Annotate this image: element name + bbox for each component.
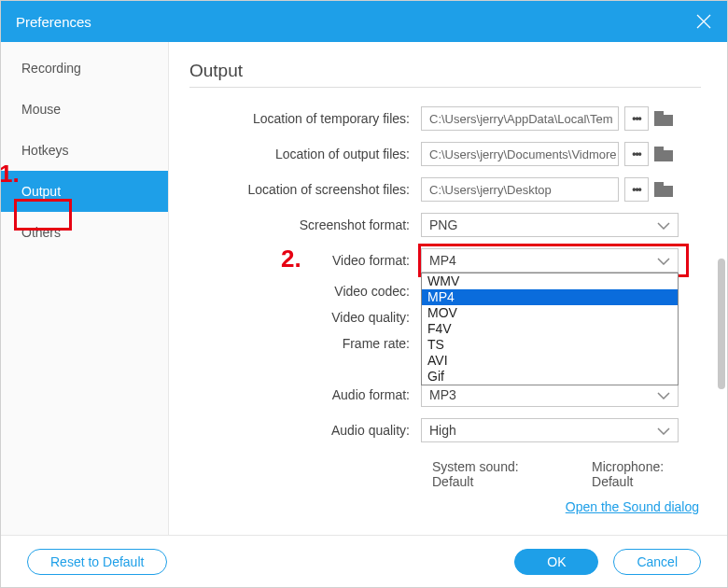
audio-format-value: MP3 (429, 387, 456, 402)
system-sound-value: Default (432, 474, 473, 489)
video-format-option-mov[interactable]: MOV (422, 305, 678, 321)
label-temp-files: Location of temporary files: (189, 111, 421, 126)
sidebar-item-hotkeys[interactable]: Hotkeys (1, 130, 168, 171)
titlebar: Preferences (1, 1, 727, 42)
label-system-sound: System sound: (432, 459, 519, 474)
audio-format-select[interactable]: MP3 (421, 383, 679, 407)
microphone-value: Default (592, 474, 633, 489)
folder-icon[interactable] (654, 147, 673, 161)
label-screenshot-format: Screenshot format: (189, 217, 421, 232)
label-output-files: Location of output files: (189, 147, 421, 161)
audio-quality-select[interactable]: High (421, 418, 679, 442)
label-screenshot-files: Location of screenshot files: (189, 182, 421, 197)
label-video-quality: Video quality: (189, 310, 421, 325)
main-panel: Output Location of temporary files: C:\U… (169, 42, 727, 535)
folder-icon[interactable] (654, 182, 673, 197)
sidebar-item-recording[interactable]: Recording (1, 48, 168, 89)
preferences-window: Preferences 1. Recording Mouse Hotkeys O… (0, 0, 728, 588)
label-video-codec: Video codec: (189, 284, 421, 299)
chevron-down-icon (657, 217, 670, 232)
section-title-output: Output (189, 61, 701, 88)
output-files-field[interactable]: C:\Users\jerry\Documents\Vidmore (421, 142, 619, 166)
video-format-option-mp4[interactable]: MP4 (422, 289, 678, 305)
label-audio-format: Audio format: (189, 387, 421, 402)
ok-button[interactable]: OK (514, 549, 598, 575)
video-format-option-ts[interactable]: TS (422, 337, 678, 353)
screenshot-files-field[interactable]: C:\Users\jerry\Desktop (421, 177, 619, 202)
reset-to-default-button[interactable]: Reset to Default (27, 549, 167, 575)
temp-files-field[interactable]: C:\Users\jerry\AppData\Local\Tem (421, 106, 619, 131)
scrollbar[interactable] (718, 259, 725, 389)
chevron-down-icon (657, 253, 670, 268)
close-icon[interactable] (695, 13, 712, 30)
video-format-option-avi[interactable]: AVI (422, 353, 678, 369)
sidebar-item-mouse[interactable]: Mouse (1, 89, 168, 130)
sidebar-item-others[interactable]: Others (1, 212, 168, 253)
video-format-value: MP4 (429, 253, 456, 268)
cancel-button[interactable]: Cancel (613, 549, 701, 575)
browse-output-button[interactable]: ••• (624, 142, 649, 166)
video-format-select[interactable]: MP4 (421, 248, 679, 273)
video-format-option-wmv[interactable]: WMV (422, 273, 678, 289)
open-sound-dialog-link[interactable]: Open the Sound dialog (566, 499, 699, 514)
screenshot-format-value: PNG (429, 217, 457, 232)
sound-info-row: System sound: Default Microphone: Defaul… (432, 459, 701, 489)
footer: Reset to Default OK Cancel (1, 535, 727, 587)
browse-temp-button[interactable]: ••• (624, 106, 649, 131)
video-format-option-gif[interactable]: Gif (422, 369, 678, 385)
label-audio-quality: Audio quality: (189, 423, 421, 438)
window-title: Preferences (16, 14, 91, 30)
audio-quality-value: High (429, 423, 456, 438)
label-frame-rate: Frame rate: (189, 336, 421, 351)
folder-icon[interactable] (654, 111, 673, 126)
sidebar-item-output[interactable]: Output (1, 171, 168, 212)
label-video-format: Video format: (189, 253, 421, 268)
video-format-option-f4v[interactable]: F4V (422, 321, 678, 337)
sidebar: 1. Recording Mouse Hotkeys Output Others (1, 42, 169, 535)
video-format-dropdown: WMV MP4 MOV F4V TS AVI Gif (421, 273, 679, 385)
label-microphone: Microphone: (592, 459, 664, 474)
chevron-down-icon (657, 387, 670, 402)
browse-screenshot-button[interactable]: ••• (624, 177, 649, 202)
screenshot-format-select[interactable]: PNG (421, 213, 679, 237)
chevron-down-icon (657, 423, 670, 438)
